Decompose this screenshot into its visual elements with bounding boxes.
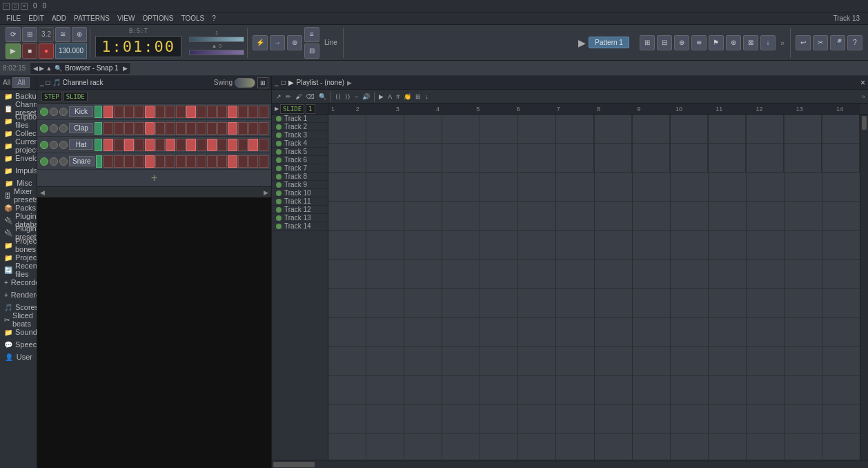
- stop-btn[interactable]: ■: [22, 43, 37, 59]
- kick-pad-7[interactable]: [166, 106, 175, 118]
- undo-icon[interactable]: ↩: [796, 35, 811, 50]
- pl-track-label-1[interactable]: Track 1: [272, 115, 328, 123]
- browser-item-user[interactable]: 👤 User: [0, 351, 37, 363]
- hat-pad-3[interactable]: [124, 139, 134, 151]
- pl-scroll-h-thumb[interactable]: [273, 462, 315, 467]
- pl-tool-num[interactable]: #: [395, 92, 401, 101]
- kick-power[interactable]: [40, 108, 48, 116]
- pl-track-row-8[interactable]: [328, 318, 860, 347]
- hat-pad-7[interactable]: [166, 139, 175, 151]
- pl-cell-2-7[interactable]: [556, 144, 594, 172]
- menu-options[interactable]: OPTIONS: [139, 14, 177, 23]
- kick-solo[interactable]: [59, 108, 68, 116]
- pl-tool-next[interactable]: ⟩⟩: [344, 92, 352, 101]
- browser-item-project-bones[interactable]: 📁 Project bones: [0, 239, 37, 251]
- pl-cell-1-7[interactable]: [556, 115, 594, 143]
- browser-item-rendered[interactable]: + Rendered: [0, 289, 37, 301]
- toolbar-icon-wave[interactable]: ≋: [55, 27, 70, 42]
- snare-pad-13[interactable]: [228, 155, 237, 168]
- clap-pad-13[interactable]: [228, 122, 237, 135]
- pl-tool-vol[interactable]: 🔊: [361, 92, 371, 101]
- tool-icon2[interactable]: ⊟: [304, 43, 319, 59]
- hat-pad-12[interactable]: [217, 139, 227, 151]
- kick-pad-3[interactable]: [124, 106, 134, 118]
- hat-pad-15[interactable]: [248, 139, 258, 151]
- snare-pad-9[interactable]: [186, 155, 196, 168]
- pl-cell-1-10[interactable]: [670, 115, 708, 143]
- pl-bottom-scrollbar[interactable]: [272, 460, 868, 468]
- snare-vol[interactable]: [96, 155, 102, 168]
- hat-pad-13[interactable]: [228, 139, 237, 151]
- menu-file[interactable]: FILE: [3, 14, 24, 23]
- clap-pad-5[interactable]: [145, 122, 155, 135]
- pl-cell-2-5[interactable]: [480, 144, 518, 172]
- hat-pad-16[interactable]: [259, 139, 268, 151]
- line-btn[interactable]: Line: [322, 39, 340, 46]
- maximize-icon[interactable]: □: [12, 3, 19, 10]
- pl-snap-arrow[interactable]: ▶: [275, 106, 279, 112]
- pl-tool-prev[interactable]: ⟨⟨: [334, 92, 342, 101]
- master-vol-slider[interactable]: [189, 37, 244, 42]
- clap-pad-2[interactable]: [114, 122, 124, 135]
- pl-tool-down[interactable]: ↓: [424, 92, 430, 101]
- snare-pad-11[interactable]: [207, 155, 217, 168]
- kick-pad-15[interactable]: [248, 106, 258, 118]
- pl-cell-1-8[interactable]: [594, 115, 632, 143]
- pl-cell-1-5[interactable]: [480, 115, 518, 143]
- pl-tool-name[interactable]: A: [386, 92, 393, 101]
- browser-item-sliced-beats[interactable]: ✂ Sliced beats: [0, 313, 37, 326]
- snare-pad-8[interactable]: [176, 155, 186, 168]
- toolbar-r1[interactable]: ⊞: [640, 35, 655, 50]
- pl-tool-erase[interactable]: ⌫: [304, 92, 316, 101]
- cr-nav-right[interactable]: ▶: [264, 189, 268, 196]
- pl-cell-2-3[interactable]: [404, 144, 442, 172]
- cr-options[interactable]: ⊞: [257, 77, 268, 88]
- pl-track-label-2[interactable]: Track 2: [272, 123, 328, 131]
- pl-track-label-5[interactable]: Track 5: [272, 148, 328, 156]
- pl-close[interactable]: ×: [860, 78, 865, 88]
- hat-pad-11[interactable]: [207, 139, 217, 151]
- browser-item-clipboard[interactable]: 📁 Clipboard files: [0, 115, 37, 127]
- pl-tool-draw[interactable]: ✏: [284, 92, 293, 101]
- browser-item-mixer-presets[interactable]: 🎛 Mixer presets: [0, 189, 37, 202]
- pl-cell-2-8[interactable]: [594, 144, 632, 172]
- pl-cell-2-4[interactable]: [442, 144, 480, 172]
- menu-view[interactable]: VIEW: [114, 14, 139, 23]
- toolbar-r7[interactable]: ⊠: [743, 35, 758, 50]
- pl-track-row-5[interactable]: [328, 231, 860, 260]
- snare-pad-16[interactable]: [259, 155, 268, 168]
- clap-solo[interactable]: [59, 124, 68, 133]
- hat-pad-6[interactable]: [155, 139, 165, 151]
- snare-pad-5[interactable]: [145, 155, 155, 168]
- snare-pad-7[interactable]: [166, 155, 175, 168]
- browser-item-envelopes[interactable]: 📁 Envelopes: [0, 152, 37, 164]
- kick-pad-10[interactable]: [197, 106, 206, 118]
- pl-cell-1-14[interactable]: [822, 115, 860, 143]
- toolbar-loop[interactable]: ⊞: [22, 27, 37, 42]
- pl-track-row-6[interactable]: [328, 260, 860, 289]
- clap-pad-15[interactable]: [248, 122, 258, 135]
- pl-track-label-14[interactable]: Track 14: [272, 222, 328, 231]
- pl-cell-1-9[interactable]: [632, 115, 670, 143]
- pl-tool-zoom[interactable]: 🔍: [317, 92, 328, 101]
- kick-pad-16[interactable]: [259, 106, 268, 118]
- browser-item-speech[interactable]: 💬 Speech: [0, 338, 37, 351]
- toolbar-expand[interactable]: »: [778, 39, 787, 47]
- pl-track-label-9[interactable]: Track 9: [272, 181, 328, 189]
- pl-track-label-7[interactable]: Track 7: [272, 164, 328, 173]
- clap-pad-4[interactable]: [135, 122, 144, 135]
- clap-pad-7[interactable]: [166, 122, 175, 135]
- kick-pad-2[interactable]: [114, 106, 124, 118]
- kick-pad-14[interactable]: [238, 106, 248, 118]
- browser-item-recorded[interactable]: + Recorded: [0, 276, 37, 289]
- snare-solo[interactable]: [59, 157, 68, 166]
- pl-cell-2-9[interactable]: [632, 144, 670, 172]
- menu-edit[interactable]: EDIT: [25, 14, 48, 23]
- pl-minimize[interactable]: _: [275, 79, 279, 86]
- hat-pad-4[interactable]: [135, 139, 144, 151]
- hat-pad-2[interactable]: [114, 139, 124, 151]
- toolbar-icon-1[interactable]: ⟳: [6, 27, 21, 42]
- pattern-select[interactable]: Pattern 1: [589, 37, 629, 48]
- pl-maximize[interactable]: □: [282, 79, 286, 86]
- browser-nav-right[interactable]: ▶: [39, 65, 44, 72]
